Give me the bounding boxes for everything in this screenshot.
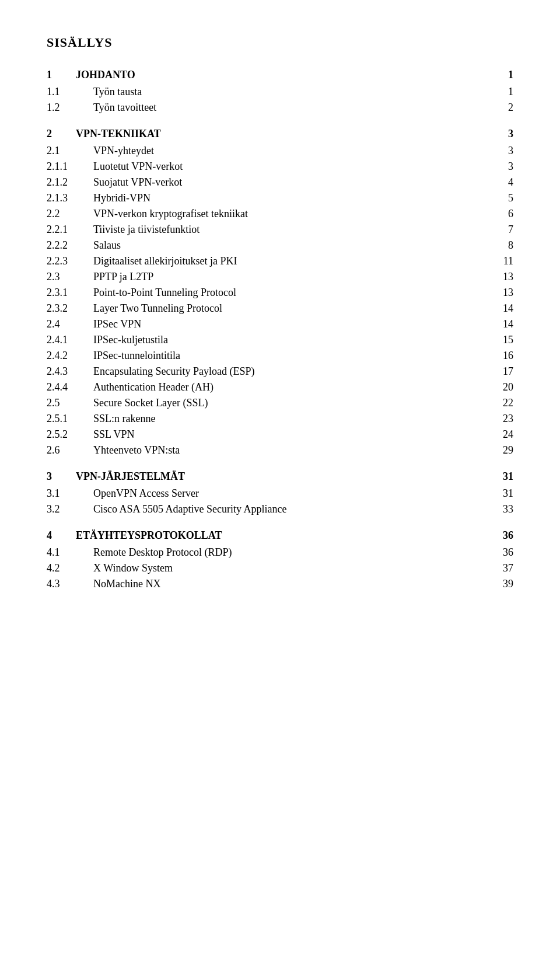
row-num: 2.4.2 (47, 350, 93, 362)
toc-row: 2.4IPSec VPN14 (47, 318, 513, 330)
row-num: 2.5 (47, 397, 93, 409)
row-page: 13 (490, 271, 513, 283)
row-page: 5 (490, 192, 513, 204)
row-num: 2.4.1 (47, 334, 93, 346)
row-title: Luotetut VPN-verkot (93, 161, 490, 173)
row-num: 2.2.3 (47, 255, 93, 267)
row-num: 2.1.1 (47, 161, 93, 173)
row-page: 36 (490, 546, 513, 559)
row-num: 2.1.3 (47, 192, 93, 204)
row-num: 1.1 (47, 86, 93, 98)
toc-row: 4.2X Window System37 (47, 562, 513, 574)
toc-row: 2.2.3Digitaaliset allekirjoitukset ja PK… (47, 255, 513, 267)
section-num: 2 (47, 128, 76, 140)
row-title: IPSec-tunnelointitila (93, 350, 490, 362)
row-num: 2.3.1 (47, 287, 93, 299)
row-page: 7 (490, 224, 513, 236)
row-num: 2.3 (47, 271, 93, 283)
row-title: IPSec-kuljetustila (93, 334, 490, 346)
toc-row: 2.5.1SSL:n rakenne23 (47, 413, 513, 425)
toc-row: 2.4.4Authentication Header (AH)20 (47, 381, 513, 393)
toc-container: SISÄLLYS 1JOHDANTO11.1Työn tausta11.2Työ… (47, 35, 513, 590)
toc-row: 2.1.1Luotetut VPN-verkot3 (47, 161, 513, 173)
row-title: Layer Two Tunneling Protocol (93, 302, 490, 315)
row-num: 2.4.4 (47, 381, 93, 393)
toc-row: 1.1Työn tausta1 (47, 86, 513, 98)
toc-row: 4.1Remote Desktop Protocol (RDP)36 (47, 546, 513, 559)
row-title: NoMachine NX (93, 578, 490, 590)
row-title: IPSec VPN (93, 318, 490, 330)
row-num: 2.2.2 (47, 239, 93, 252)
row-num: 2.4 (47, 318, 93, 330)
row-title: Työn tausta (93, 86, 490, 98)
section-page: 36 (490, 529, 513, 542)
row-num: 2.6 (47, 444, 93, 456)
row-num: 2.5.1 (47, 413, 93, 425)
row-num: 4.2 (47, 562, 93, 574)
row-title: Salaus (93, 239, 490, 252)
toc-row: 2.4.1IPSec-kuljetustila15 (47, 334, 513, 346)
toc-row: 2.4.2IPSec-tunnelointitila16 (47, 350, 513, 362)
row-title: OpenVPN Access Server (93, 487, 490, 500)
row-num: 1.2 (47, 102, 93, 114)
row-page: 4 (490, 176, 513, 189)
row-num: 3.2 (47, 503, 93, 515)
row-title: Authentication Header (AH) (93, 381, 490, 393)
row-num: 2.2.1 (47, 224, 93, 236)
toc-row: 1.2Työn tavoitteet2 (47, 102, 513, 114)
toc-row: 2.2.1Tiiviste ja tiivistefunktiot7 (47, 224, 513, 236)
toc-section-header: 2VPN-TEKNIIKAT3 (47, 128, 513, 140)
toc-row: 2.5.2SSL VPN24 (47, 428, 513, 441)
toc-row: 2.1.3Hybridi-VPN5 (47, 192, 513, 204)
toc-row: 3.1OpenVPN Access Server31 (47, 487, 513, 500)
row-page: 16 (490, 350, 513, 362)
row-num: 2.3.2 (47, 302, 93, 315)
row-title: X Window System (93, 562, 490, 574)
row-title: Suojatut VPN-verkot (93, 176, 490, 189)
row-title: Secure Socket Layer (SSL) (93, 397, 490, 409)
section-title: VPN-TEKNIIKAT (76, 128, 490, 140)
toc-section-header: 1JOHDANTO1 (47, 69, 513, 81)
toc-row: 2.3.2Layer Two Tunneling Protocol14 (47, 302, 513, 315)
row-page: 8 (490, 239, 513, 252)
row-page: 3 (490, 161, 513, 173)
row-num: 4.3 (47, 578, 93, 590)
row-page: 33 (490, 503, 513, 515)
row-title: Hybridi-VPN (93, 192, 490, 204)
row-title: Digitaaliset allekirjoitukset ja PKI (93, 255, 490, 267)
toc-title: SISÄLLYS (47, 35, 513, 50)
row-num: 4.1 (47, 546, 93, 559)
row-page: 23 (490, 413, 513, 425)
row-title: SSL:n rakenne (93, 413, 490, 425)
row-title: PPTP ja L2TP (93, 271, 490, 283)
row-title: Cisco ASA 5505 Adaptive Security Applian… (93, 503, 490, 515)
row-title: Työn tavoitteet (93, 102, 490, 114)
row-title: VPN-yhteydet (93, 145, 490, 157)
toc-row: 4.3NoMachine NX39 (47, 578, 513, 590)
row-page: 24 (490, 428, 513, 441)
row-page: 13 (490, 287, 513, 299)
row-num: 2.1 (47, 145, 93, 157)
row-page: 6 (490, 208, 513, 220)
section-page: 31 (490, 470, 513, 483)
row-page: 37 (490, 562, 513, 574)
row-page: 11 (490, 255, 513, 267)
row-page: 17 (490, 365, 513, 378)
row-title: Encapsulating Security Payload (ESP) (93, 365, 490, 378)
row-title: VPN-verkon kryptografiset tekniikat (93, 208, 490, 220)
section-title: JOHDANTO (76, 69, 490, 81)
row-page: 29 (490, 444, 513, 456)
toc-row: 2.4.3Encapsulating Security Payload (ESP… (47, 365, 513, 378)
section-num: 1 (47, 69, 76, 81)
row-page: 1 (490, 86, 513, 98)
toc-row: 3.2Cisco ASA 5505 Adaptive Security Appl… (47, 503, 513, 515)
toc-section-header: 4ETÄYHTEYSPROTOKOLLAT36 (47, 529, 513, 542)
row-title: Remote Desktop Protocol (RDP) (93, 546, 490, 559)
toc-row: 2.3PPTP ja L2TP13 (47, 271, 513, 283)
section-title: ETÄYHTEYSPROTOKOLLAT (76, 529, 490, 542)
row-num: 2.4.3 (47, 365, 93, 378)
toc-row: 2.3.1Point-to-Point Tunneling Protocol13 (47, 287, 513, 299)
row-num: 2.2 (47, 208, 93, 220)
row-page: 39 (490, 578, 513, 590)
row-page: 14 (490, 318, 513, 330)
